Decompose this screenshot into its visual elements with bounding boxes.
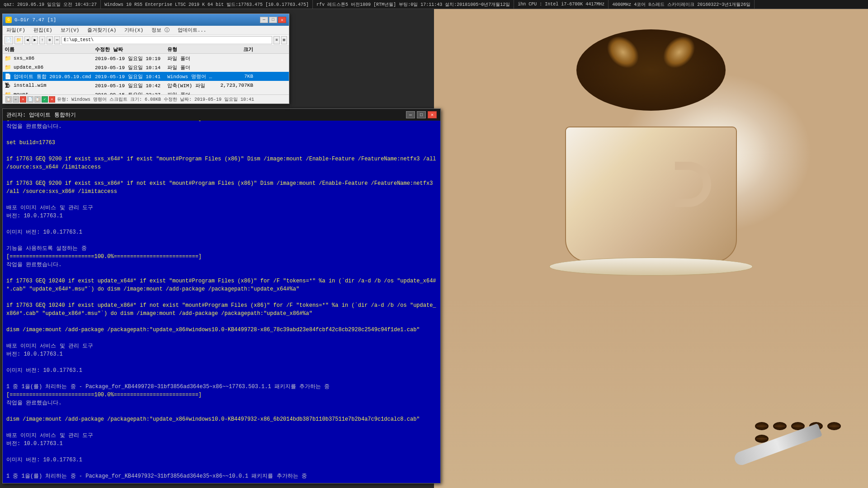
bean-1 <box>755 422 769 430</box>
file-name: 업데이트 통합 2019.05.19.cmd <box>14 73 91 80</box>
terminal-line <box>6 171 437 179</box>
terminal-line <box>6 334 437 342</box>
table-row[interactable]: 📁sxs_x862019-05-19 일요일 10:19파일 폴더 <box>3 54 289 63</box>
toolbar-folder[interactable]: 📁 <box>14 36 23 44</box>
terminal-line <box>6 448 437 456</box>
menu-update[interactable]: 업데이트... <box>176 27 208 33</box>
address-bar-text: E:\up_test\ <box>64 38 94 42</box>
table-row[interactable]: 📁update_x862019-05-19 일요일 10:14파일 폴더 <box>3 63 289 72</box>
terminal-close[interactable]: ✕ <box>428 111 437 118</box>
cup-body <box>565 127 737 262</box>
taskbar: qaz: 2019.05.19 일요일 오전 10:43:27 Windows … <box>0 0 868 9</box>
terminal-line: 1 중 1을(를) 처리하는 중 - Package_for_KB4497932… <box>6 472 437 480</box>
file-name: sxs_x86 <box>14 56 34 61</box>
terminal-line <box>6 318 437 326</box>
terminal-body: ========================================… <box>3 121 440 483</box>
toolbar-view-icons[interactable]: ⊞ <box>281 36 287 44</box>
terminal-line <box>6 236 437 244</box>
taskbar-text-2: Windows 10 RS5 Enterprise LTSC 2019 K 64… <box>104 1 309 8</box>
file-type: 파일 폴더 <box>167 91 217 95</box>
cup-saucer <box>549 258 753 276</box>
taskbar-text-1: qaz: 2019.05.19 일요일 오전 10:43:27 <box>4 1 97 8</box>
terminal-line: 이미지 버전: 10.0.17763.1 <box>6 228 437 236</box>
terminal-minimize[interactable]: — <box>406 111 415 118</box>
file-icon: 🗜 <box>5 82 12 89</box>
terminal-line <box>6 407 437 415</box>
status-icon-2: ✏ <box>13 96 19 103</box>
toolbar-view-list[interactable]: ≡ <box>274 36 279 44</box>
toolbar-back[interactable]: ◀ <box>24 36 30 44</box>
window-controls: — □ ✕ <box>260 17 286 23</box>
bean-5 <box>827 422 841 430</box>
file-explorer-titlebar: G G-Dir 7.47 [1] — □ ✕ <box>3 14 289 26</box>
folder-icon: 📁 <box>5 91 12 95</box>
file-name-cell: 📁update_x86 <box>5 64 95 71</box>
col-type[interactable]: 유형 <box>167 46 217 53</box>
terminal-line: if 17763 GEQ 10240 if exist update_x64#*… <box>6 277 437 293</box>
terminal-maximize[interactable]: □ <box>417 111 426 118</box>
file-date: 2019-05-19 일요일 10:14 <box>95 64 167 71</box>
terminal-line: 버전: 10.0.17763.1 <box>6 440 437 448</box>
file-name-cell: 📁sxs_x86 <box>5 55 95 62</box>
taskbar-text-3: rfv 레드스톤5 버전1809 [RTM년월] 부팅:0일 17:11:43 … <box>316 1 510 8</box>
table-row[interactable]: 🗜install.wim2019-05-19 일요일 10:42압축(WIM) … <box>3 81 289 90</box>
file-name-cell: 📄업데이트 통합 2019.05.19.cmd <box>5 73 95 80</box>
file-name-cell: 📁mount <box>5 91 95 95</box>
latte-art <box>606 34 696 106</box>
menu-edit[interactable]: 편집(E) <box>32 27 54 33</box>
terminal-line: 작업을 완료했습니다. <box>6 261 437 269</box>
file-type: 파일 폴더 <box>167 64 217 71</box>
taskbar-item-1: qaz: 2019.05.19 일요일 오전 10:43:27 <box>0 0 101 9</box>
menu-favorites[interactable]: 즐겨찾기(A) <box>85 27 118 33</box>
address-bar[interactable]: E:\up_test\ <box>61 36 272 44</box>
terminal-line: 이미지 버전: 10.0.17763.1 <box>6 456 437 464</box>
terminal-controls: — □ ✕ <box>406 111 437 118</box>
taskbar-text-4: ihn CPU : Intel i7-6700K 4417MHz <box>518 2 604 7</box>
cup-handle <box>675 162 711 207</box>
maximize-button[interactable]: □ <box>269 17 277 23</box>
close-button[interactable]: ✕ <box>278 17 286 23</box>
terminal-line <box>6 293 437 301</box>
terminal-line: 1 중 1을(를) 처리하는 중 - Package_for_KB4499728… <box>6 383 437 391</box>
terminal-line: [==========================100.0%=======… <box>6 391 437 399</box>
toolbar-up[interactable]: ↑ <box>39 36 45 44</box>
terminal-line: 배포 이미지 서비스 및 관리 도구 <box>6 204 437 212</box>
toolbar-new[interactable]: 📄 <box>5 36 13 44</box>
title-left: G G-Dir 7.47 [1] <box>5 17 56 23</box>
app-icon: G <box>5 17 12 23</box>
main-area: G G-Dir 7.47 [1] — □ ✕ 파일(F) 편집(E) 보기(V)… <box>0 9 868 488</box>
toolbar-forward[interactable]: ▶ <box>32 36 38 44</box>
coffee-surface <box>576 29 726 111</box>
file-icon: 📄 <box>5 73 12 80</box>
toolbar-more[interactable]: ⋯ <box>54 36 60 44</box>
toolbar-copy[interactable]: ⊕ <box>47 36 52 44</box>
minimize-button[interactable]: — <box>260 17 268 23</box>
status-text: 유형: Windows 명령어 스크립트 크기: 6.08KB 수정한 날짜: … <box>57 96 254 103</box>
col-size[interactable]: 크기 <box>217 46 253 53</box>
col-name[interactable]: 이름 <box>5 46 95 53</box>
folder-icon: 📁 <box>5 64 12 71</box>
terminal-line: dism /image:mount /add-package /packagep… <box>6 326 437 334</box>
file-date: 2019-05-19 일요일 10:19 <box>95 55 167 62</box>
taskbar-item-2: Windows 10 RS5 Enterprise LTSC 2019 K 64… <box>101 0 313 9</box>
terminal-line <box>6 358 437 366</box>
taskbar-item-3: rfv 레드스톤5 버전1809 [RTM년월] 부팅:0일 17:11:43 … <box>313 0 514 9</box>
taskbar-item-5: 4000MHz 4코어 8스레드 스카이레이크 20160322~3년1개월26… <box>609 0 755 9</box>
terminal-line: 이미지 버전: 10.0.17763.1 <box>6 366 437 375</box>
coffee-background <box>434 9 868 488</box>
taskbar-text-5: 4000MHz 4코어 8스레드 스카이레이크 20160322~3년1개월26… <box>612 1 750 8</box>
menu-info[interactable]: 정보 ⓘ <box>150 27 171 33</box>
terminal-title: 관리자: 업데이트 통합하기 <box>6 111 76 119</box>
table-row[interactable]: 📁mount2018-09-15 토요일 22:37파일 폴더 <box>3 90 289 94</box>
file-type: 파일 폴더 <box>167 55 217 62</box>
col-date[interactable]: 수정한 날짜 <box>95 46 167 53</box>
table-row[interactable]: 📄업데이트 통합 2019.05.19.cmd2019-05-19 일요일 10… <box>3 72 289 81</box>
terminal-line: dism /image:mount /add-package /packagep… <box>6 415 437 423</box>
menu-other[interactable]: 기타(X) <box>123 27 145 33</box>
terminal-line: 작업을 완료했습니다. <box>6 122 437 131</box>
status-icon-1: 📋 <box>5 96 12 103</box>
menu-view[interactable]: 보기(V) <box>59 27 81 33</box>
file-name: install.wim <box>14 83 47 88</box>
file-date: 2019-05-19 일요일 10:41 <box>95 73 167 80</box>
menu-file[interactable]: 파일(F) <box>5 27 27 33</box>
